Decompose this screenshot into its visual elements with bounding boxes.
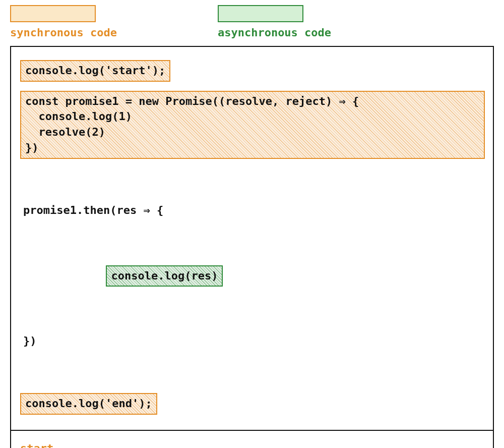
then-open-line: promise1.then(res ⇒ { [23, 203, 484, 218]
legend-sync-swatch [10, 5, 96, 22]
main-box: console.log('start'); const promise1 = n… [10, 46, 494, 448]
legend-async-swatch [218, 5, 303, 22]
code-row-promise: const promise1 = new Promise((resolve, r… [20, 91, 484, 159]
highlight-sync-start: console.log('start'); [20, 60, 170, 82]
legend-sync-label: synchronous code [10, 25, 117, 41]
code-row-then: promise1.then(res ⇒ { console.log(res) }… [23, 172, 484, 380]
code-row-end: console.log('end'); [20, 393, 484, 415]
output-area: start 1 end 2 [11, 431, 493, 448]
then-close-line: }) [23, 333, 484, 349]
legend-sync: synchronous code [10, 5, 117, 41]
diagram-root: synchronous code asynchronous code conso… [0, 0, 504, 448]
legend: synchronous code asynchronous code [10, 5, 494, 41]
then-body-wrapper: console.log(res) [39, 250, 484, 302]
legend-async: asynchronous code [218, 5, 331, 41]
code-row-start: console.log('start'); [20, 60, 484, 82]
legend-async-label: asynchronous code [218, 25, 331, 41]
output-line-0: start [20, 441, 484, 448]
highlight-sync-promise-block: const promise1 = new Promise((resolve, r… [20, 91, 485, 159]
highlight-sync-end: console.log('end'); [20, 393, 157, 415]
highlight-async-then-body: console.log(res) [106, 265, 223, 287]
code-area: console.log('start'); const promise1 = n… [11, 47, 493, 431]
